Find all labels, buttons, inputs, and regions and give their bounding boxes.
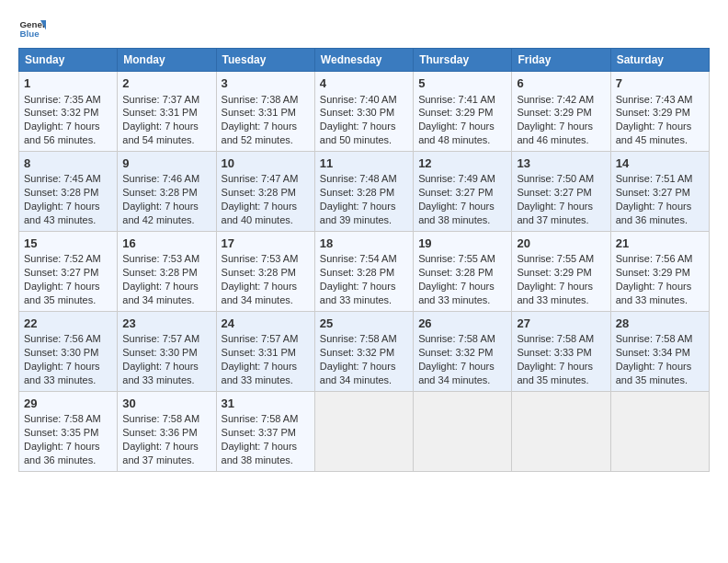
sunset: Sunset: 3:28 PM — [222, 187, 296, 198]
header-sunday: Sunday — [19, 49, 118, 72]
sunset: Sunset: 3:36 PM — [122, 427, 197, 438]
day-number: 11 — [320, 155, 408, 172]
day-number: 29 — [24, 396, 112, 412]
daylight: Daylight: 7 hours and 46 minutes. — [517, 121, 593, 145]
sunset: Sunset: 3:27 PM — [517, 187, 591, 198]
sunrise: Sunrise: 7:38 AM — [222, 94, 299, 105]
sunset: Sunset: 3:32 PM — [320, 347, 394, 358]
day-number: 3 — [222, 75, 310, 92]
day-cell: 25 Sunrise: 7:58 AM Sunset: 3:32 PM Dayl… — [314, 311, 413, 391]
day-number: 21 — [616, 236, 704, 252]
sunrise: Sunrise: 7:47 AM — [222, 173, 299, 184]
day-cell: 29 Sunrise: 7:58 AM Sunset: 3:35 PM Dayl… — [19, 391, 118, 471]
day-number: 14 — [616, 155, 704, 172]
day-number: 19 — [418, 236, 506, 252]
day-number: 6 — [517, 75, 605, 92]
day-number: 12 — [418, 155, 506, 172]
sunrise: Sunrise: 7:58 AM — [222, 413, 299, 424]
week-row-3: 15 Sunrise: 7:52 AM Sunset: 3:27 PM Dayl… — [19, 231, 710, 311]
sunset: Sunset: 3:27 PM — [616, 187, 690, 198]
week-row-2: 8 Sunrise: 7:45 AM Sunset: 3:28 PM Dayli… — [19, 151, 710, 231]
day-number: 22 — [24, 316, 112, 332]
calendar-table: SundayMondayTuesdayWednesdayThursdayFrid… — [18, 48, 710, 472]
day-cell: 6 Sunrise: 7:42 AM Sunset: 3:29 PM Dayli… — [512, 72, 610, 152]
daylight: Daylight: 7 hours and 33 minutes. — [616, 281, 692, 305]
sunrise: Sunrise: 7:50 AM — [517, 173, 594, 184]
day-cell: 12 Sunrise: 7:49 AM Sunset: 3:27 PM Dayl… — [414, 151, 512, 231]
sunset: Sunset: 3:29 PM — [616, 267, 690, 278]
day-cell: 18 Sunrise: 7:54 AM Sunset: 3:28 PM Dayl… — [314, 231, 413, 311]
sunset: Sunset: 3:29 PM — [616, 107, 690, 118]
header-monday: Monday — [118, 49, 216, 72]
sunset: Sunset: 3:31 PM — [122, 107, 197, 118]
day-cell: 31 Sunrise: 7:58 AM Sunset: 3:37 PM Dayl… — [216, 391, 314, 471]
sunset: Sunset: 3:32 PM — [24, 107, 98, 118]
sunset: Sunset: 3:35 PM — [24, 427, 98, 438]
daylight: Daylight: 7 hours and 34 minutes. — [222, 281, 298, 305]
daylight: Daylight: 7 hours and 33 minutes. — [24, 361, 100, 385]
daylight: Daylight: 7 hours and 37 minutes. — [122, 441, 199, 465]
day-cell: 23 Sunrise: 7:57 AM Sunset: 3:30 PM Dayl… — [118, 311, 216, 391]
daylight: Daylight: 7 hours and 40 minutes. — [222, 201, 298, 225]
header-saturday: Saturday — [610, 49, 709, 72]
day-cell: 8 Sunrise: 7:45 AM Sunset: 3:28 PM Dayli… — [19, 151, 118, 231]
day-cell: 17 Sunrise: 7:53 AM Sunset: 3:28 PM Dayl… — [216, 231, 314, 311]
day-number: 4 — [320, 75, 408, 92]
day-cell: 2 Sunrise: 7:37 AM Sunset: 3:31 PM Dayli… — [118, 72, 216, 152]
daylight: Daylight: 7 hours and 45 minutes. — [616, 121, 692, 145]
daylight: Daylight: 7 hours and 35 minutes. — [517, 361, 593, 385]
sunset: Sunset: 3:28 PM — [122, 267, 197, 278]
daylight: Daylight: 7 hours and 36 minutes. — [616, 201, 692, 225]
daylight: Daylight: 7 hours and 37 minutes. — [517, 201, 593, 225]
day-cell: 27 Sunrise: 7:58 AM Sunset: 3:33 PM Dayl… — [512, 311, 610, 391]
svg-text:Blue: Blue — [20, 29, 40, 39]
sunrise: Sunrise: 7:58 AM — [616, 333, 693, 344]
day-cell — [314, 391, 413, 471]
sunset: Sunset: 3:32 PM — [418, 347, 493, 358]
day-cell: 13 Sunrise: 7:50 AM Sunset: 3:27 PM Dayl… — [512, 151, 610, 231]
sunrise: Sunrise: 7:56 AM — [24, 333, 101, 344]
logo-icon: General Blue — [18, 15, 46, 42]
sunrise: Sunrise: 7:53 AM — [122, 253, 199, 264]
sunrise: Sunrise: 7:58 AM — [418, 333, 495, 344]
sunset: Sunset: 3:29 PM — [517, 107, 591, 118]
daylight: Daylight: 7 hours and 34 minutes. — [122, 281, 199, 305]
sunset: Sunset: 3:30 PM — [320, 107, 394, 118]
sunrise: Sunrise: 7:58 AM — [24, 413, 101, 424]
day-cell: 14 Sunrise: 7:51 AM Sunset: 3:27 PM Dayl… — [610, 151, 709, 231]
day-cell: 15 Sunrise: 7:52 AM Sunset: 3:27 PM Dayl… — [19, 231, 118, 311]
daylight: Daylight: 7 hours and 35 minutes. — [24, 281, 100, 305]
day-number: 27 — [517, 316, 605, 332]
sunset: Sunset: 3:27 PM — [418, 187, 493, 198]
day-number: 1 — [24, 75, 112, 92]
sunset: Sunset: 3:28 PM — [24, 187, 98, 198]
sunset: Sunset: 3:30 PM — [122, 347, 197, 358]
sunset: Sunset: 3:29 PM — [517, 267, 591, 278]
day-number: 24 — [222, 316, 310, 332]
sunrise: Sunrise: 7:41 AM — [418, 94, 495, 105]
daylight: Daylight: 7 hours and 33 minutes. — [122, 361, 199, 385]
sunset: Sunset: 3:28 PM — [320, 267, 394, 278]
sunset: Sunset: 3:28 PM — [320, 187, 394, 198]
day-number: 16 — [122, 236, 210, 252]
sunset: Sunset: 3:29 PM — [418, 107, 493, 118]
day-number: 20 — [517, 236, 605, 252]
day-number: 28 — [616, 316, 704, 332]
sunset: Sunset: 3:31 PM — [222, 347, 296, 358]
sunrise: Sunrise: 7:52 AM — [24, 253, 101, 264]
sunrise: Sunrise: 7:37 AM — [122, 94, 199, 105]
daylight: Daylight: 7 hours and 38 minutes. — [222, 441, 298, 465]
day-cell: 16 Sunrise: 7:53 AM Sunset: 3:28 PM Dayl… — [118, 231, 216, 311]
daylight: Daylight: 7 hours and 38 minutes. — [418, 201, 495, 225]
week-row-5: 29 Sunrise: 7:58 AM Sunset: 3:35 PM Dayl… — [19, 391, 710, 471]
day-cell: 11 Sunrise: 7:48 AM Sunset: 3:28 PM Dayl… — [314, 151, 413, 231]
sunrise: Sunrise: 7:55 AM — [517, 253, 594, 264]
day-cell: 22 Sunrise: 7:56 AM Sunset: 3:30 PM Dayl… — [19, 311, 118, 391]
daylight: Daylight: 7 hours and 33 minutes. — [418, 281, 495, 305]
day-cell: 20 Sunrise: 7:55 AM Sunset: 3:29 PM Dayl… — [512, 231, 610, 311]
daylight: Daylight: 7 hours and 56 minutes. — [24, 121, 100, 145]
day-cell — [512, 391, 610, 471]
sunset: Sunset: 3:28 PM — [222, 267, 296, 278]
header-row: SundayMondayTuesdayWednesdayThursdayFrid… — [19, 49, 710, 72]
sunrise: Sunrise: 7:58 AM — [517, 333, 594, 344]
